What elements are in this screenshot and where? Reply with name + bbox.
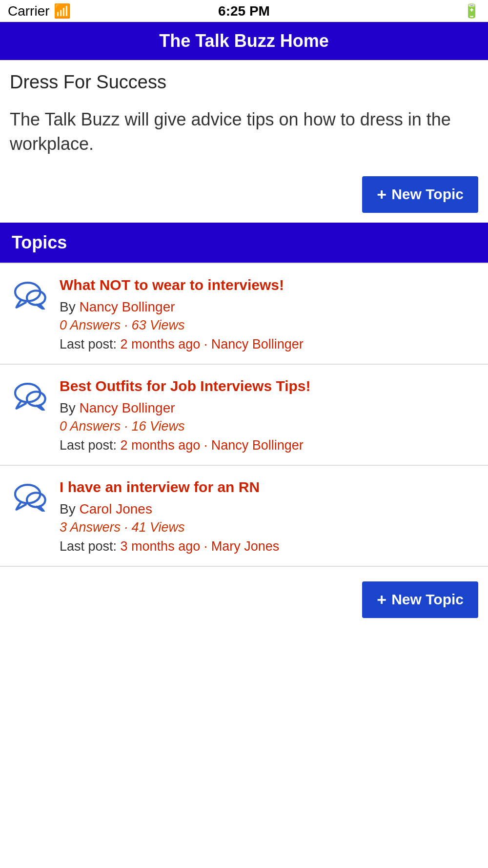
- topic-item[interactable]: What NOT to wear to interviews! By Nancy…: [0, 264, 488, 365]
- topic-author-1: Nancy Bollinger: [79, 400, 175, 415]
- topic-content-0: What NOT to wear to interviews! By Nancy…: [60, 275, 480, 352]
- topics-header-title: Topics: [12, 232, 67, 252]
- topic-last-post-2: Last post: 3 months ago · Mary Jones: [60, 539, 480, 554]
- chat-bubble-icon: [13, 381, 47, 411]
- app-header: The Talk Buzz Home: [0, 22, 488, 60]
- topic-last-post-1: Last post: 2 months ago · Nancy Bollinge…: [60, 438, 480, 453]
- page-description: The Talk Buzz will give advice tips on h…: [0, 98, 488, 171]
- battery-icon: 🔋: [463, 3, 480, 19]
- page-title: Dress For Success: [0, 60, 488, 98]
- wifi-icon: 📶: [54, 3, 71, 19]
- plus-icon-top: +: [377, 185, 386, 204]
- topic-stats-0: 0 Answers · 63 Views: [60, 318, 480, 333]
- new-topic-button-top[interactable]: + New Topic: [362, 176, 478, 213]
- topic-title-0[interactable]: What NOT to wear to interviews!: [60, 275, 480, 294]
- topic-icon-0: [8, 275, 52, 310]
- status-bar-left: Carrier 📶: [8, 3, 71, 19]
- topic-icon-2: [8, 477, 52, 512]
- topic-author-0: Nancy Bollinger: [79, 299, 175, 314]
- new-topic-label-bottom: New Topic: [391, 591, 464, 608]
- topic-content-1: Best Outfits for Job Interviews Tips! By…: [60, 376, 480, 453]
- carrier-label: Carrier: [8, 3, 50, 19]
- new-topic-btn-bottom-container: + New Topic: [0, 567, 488, 633]
- topic-by-2: By Carol Jones: [60, 501, 480, 517]
- topics-header: Topics: [0, 223, 488, 263]
- topic-item[interactable]: I have an interview for an RN By Carol J…: [0, 466, 488, 567]
- topic-last-post-0: Last post: 2 months ago · Nancy Bollinge…: [60, 337, 480, 352]
- plus-icon-bottom: +: [377, 590, 386, 609]
- topic-content-2: I have an interview for an RN By Carol J…: [60, 477, 480, 554]
- topic-by-1: By Nancy Bollinger: [60, 400, 480, 416]
- topic-icon-1: [8, 376, 52, 411]
- topic-title-2[interactable]: I have an interview for an RN: [60, 477, 480, 496]
- chat-bubble-icon: [13, 280, 47, 310]
- topic-list: What NOT to wear to interviews! By Nancy…: [0, 263, 488, 567]
- new-topic-button-bottom[interactable]: + New Topic: [362, 581, 478, 618]
- topic-by-0: By Nancy Bollinger: [60, 299, 480, 315]
- topic-last-post-author-0: 2 months ago · Nancy Bollinger: [121, 337, 304, 351]
- topic-item[interactable]: Best Outfits for Job Interviews Tips! By…: [0, 365, 488, 466]
- topic-stats-2: 3 Answers · 41 Views: [60, 520, 480, 535]
- topic-author-2: Carol Jones: [79, 501, 152, 517]
- topic-last-post-author-1: 2 months ago · Nancy Bollinger: [121, 438, 304, 453]
- status-bar: Carrier 📶 6:25 PM 🔋: [0, 0, 488, 22]
- topic-title-1[interactable]: Best Outfits for Job Interviews Tips!: [60, 376, 480, 395]
- chat-bubble-icon: [13, 482, 47, 512]
- new-topic-btn-top-container: + New Topic: [0, 171, 488, 223]
- topic-stats-1: 0 Answers · 16 Views: [60, 419, 480, 434]
- topic-last-post-author-2: 3 months ago · Mary Jones: [121, 539, 280, 554]
- status-bar-time: 6:25 PM: [218, 3, 270, 19]
- app-header-title: The Talk Buzz Home: [159, 31, 328, 51]
- new-topic-label-top: New Topic: [391, 186, 464, 203]
